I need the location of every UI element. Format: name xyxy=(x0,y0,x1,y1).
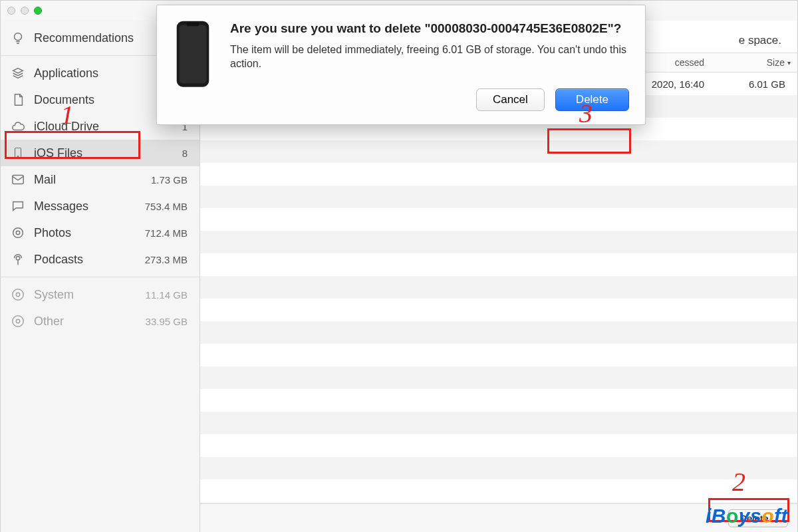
photos-icon xyxy=(10,225,26,241)
sidebar-item-system[interactable]: System 11.14 GB xyxy=(1,281,200,308)
sidebar-item-size: 8 xyxy=(182,148,188,159)
dialog-body: The item will be deleted immediately, fr… xyxy=(230,43,629,71)
svg-rect-12 xyxy=(179,25,206,83)
svg-point-4 xyxy=(13,228,23,238)
confirm-delete-dialog: Are you sure you want to delete "0000803… xyxy=(156,5,646,125)
sidebar-item-label: Podcasts xyxy=(34,253,83,267)
sidebar-item-size: 712.4 MB xyxy=(145,227,188,239)
svg-point-6 xyxy=(16,256,20,260)
applications-icon xyxy=(10,65,26,81)
mail-icon xyxy=(10,172,26,188)
svg-point-8 xyxy=(16,293,20,297)
dialog-title: Are you sure you want to delete "0000803… xyxy=(230,20,629,37)
cell-size: 6.01 GB xyxy=(711,78,797,90)
podcasts-icon xyxy=(10,251,26,267)
svg-rect-3 xyxy=(13,176,24,184)
sidebar-item-label: iOS Files xyxy=(34,146,82,160)
svg-rect-13 xyxy=(187,23,200,27)
sidebar-item-label: Other xyxy=(34,315,64,329)
sidebar-item-size: 1.73 GB xyxy=(151,174,188,186)
messages-icon xyxy=(10,198,26,214)
sidebar-item-size: 11.14 GB xyxy=(146,289,188,301)
column-size[interactable]: Size ▾ xyxy=(711,53,797,72)
sidebar-item-label: System xyxy=(34,288,74,302)
system-icon xyxy=(10,287,26,303)
sidebar-item-label: Photos xyxy=(34,226,71,240)
chevron-down-icon: ▾ xyxy=(787,59,791,66)
column-size-label: Size xyxy=(767,57,785,68)
iphone-icon xyxy=(10,145,26,161)
svg-point-5 xyxy=(16,231,20,235)
sidebar-item-mail[interactable]: Mail 1.73 GB xyxy=(1,166,200,193)
documents-icon xyxy=(10,92,26,108)
sidebar-item-label: Messages xyxy=(34,200,88,213)
cancel-button[interactable]: Cancel xyxy=(476,88,545,111)
sidebar-item-size: 33.95 GB xyxy=(146,316,188,327)
storage-window: Macintosh HD - 27.02 GB available of 121… xyxy=(0,0,798,532)
sidebar-item-messages[interactable]: Messages 753.4 MB xyxy=(1,193,200,219)
svg-point-7 xyxy=(13,289,24,301)
delete-button[interactable]: Delete... xyxy=(728,509,788,527)
sidebar-item-other[interactable]: Other 33.95 GB xyxy=(1,308,200,334)
lightbulb-icon xyxy=(10,30,26,46)
footer: Delete... xyxy=(200,503,797,532)
svg-point-0 xyxy=(15,33,22,41)
sidebar-item-label: iCloud Drive xyxy=(34,120,99,134)
sidebar-item-size: 753.4 MB xyxy=(145,201,188,212)
sidebar-item-size: 273.3 MB xyxy=(145,254,188,265)
svg-point-9 xyxy=(13,316,24,327)
confirm-delete-button[interactable]: Delete xyxy=(555,88,629,111)
sidebar-item-podcasts[interactable]: Podcasts 273.3 MB xyxy=(1,246,200,273)
svg-point-2 xyxy=(17,156,19,158)
sidebar-item-ios-files[interactable]: iOS Files 8 xyxy=(1,140,200,166)
sidebar-item-label: Mail xyxy=(34,173,56,187)
cloud-icon xyxy=(10,118,26,134)
other-icon xyxy=(10,313,26,329)
sidebar-item-label: Applications xyxy=(34,66,98,80)
sidebar-item-label: Recommendations xyxy=(34,31,134,45)
sidebar-item-label: Documents xyxy=(34,93,94,107)
sidebar-item-photos[interactable]: Photos 712.4 MB xyxy=(1,219,200,246)
file-list[interactable]: 2020, 16:40 6.01 GB xyxy=(200,72,797,503)
svg-point-10 xyxy=(16,319,20,323)
device-thumbnail xyxy=(173,20,213,111)
